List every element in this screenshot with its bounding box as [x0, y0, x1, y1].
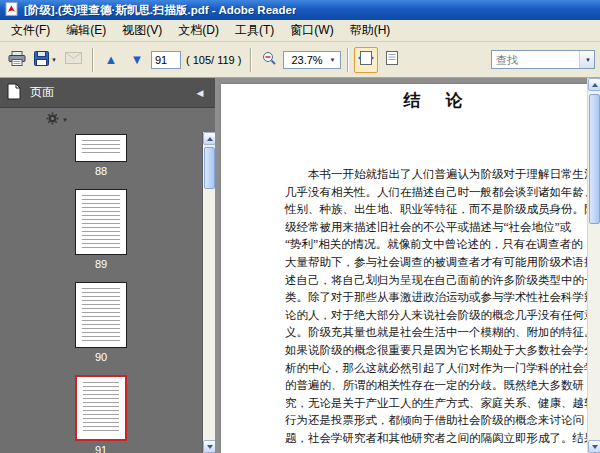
pages-panel-header: 页面 ◀	[0, 78, 215, 108]
thumbnail-label-90: 90	[95, 351, 107, 363]
zoom-out-icon	[262, 51, 277, 69]
pdf-app-icon	[5, 2, 19, 19]
body-line: 类。除了对于那些从事激进政治运动或参与学术性社会科学辩	[285, 289, 585, 307]
body-line: 题，社会学研究者和其他研究者之间的隔阂立即形成了。结果	[285, 430, 585, 448]
toolbar-separator	[92, 48, 93, 72]
menu-edit[interactable]: 编辑(E)	[58, 19, 114, 42]
page-count-label: ( 105/ 119 )	[183, 54, 244, 66]
find-input[interactable]	[492, 53, 579, 67]
pages-panel-icon	[7, 83, 21, 103]
menu-tools[interactable]: 工具(T)	[227, 19, 282, 42]
body-line: 行为还是投票形式，都倾向于借助社会阶级的概念来讨论问	[285, 412, 585, 430]
thumbnail-content	[83, 382, 119, 434]
title-bar: [阶级].(英)理查德·斯凯思.扫描版.pdf - Adobe Reader	[0, 0, 600, 20]
body-line: 如果说阶级的概念很重要只是因为它长期处于大多数社会学分	[285, 342, 585, 360]
find-box: ▼	[491, 50, 595, 69]
menu-view[interactable]: 视图(V)	[114, 19, 170, 42]
thumbnail-page-91-current[interactable]	[75, 375, 127, 441]
thumbnail-scrollbar-thumb[interactable]	[204, 147, 215, 189]
down-arrow-icon	[207, 445, 213, 449]
body-line: 义。阶级充其量也就是社会生活中一个模糊的、附加的特征。	[285, 324, 585, 342]
zoom-level-value: 23.7%	[291, 54, 322, 66]
menu-window[interactable]: 窗口(W)	[282, 19, 341, 42]
content-area: 页面 ◀ ▼ 88 89	[0, 78, 600, 453]
document-scrollbar[interactable]	[587, 78, 600, 453]
body-line: 性别、种族、出生地、职业等特征，而不是阶级成员身份。阶	[285, 201, 585, 219]
window-title: [阶级].(英)理查德·斯凯思.扫描版.pdf - Adobe Reader	[24, 3, 296, 18]
find-dropdown-arrow-icon: ▼	[585, 57, 591, 63]
pages-options-row: ▼	[0, 108, 215, 132]
body-line: 级经常被用来描述旧社会的不公平或描述与“社会地位”或	[285, 219, 585, 237]
zoom-dropdown-arrow-icon: ▼	[330, 57, 336, 63]
body-line: “势利”相关的情况。就像前文中曾论述的，只有在调查者的	[285, 236, 585, 254]
toolbar: ▼ ▲ ▼ ( 105/ 119 ) 23.7% ▼	[0, 42, 600, 78]
printer-icon	[8, 51, 26, 69]
current-page-input[interactable]	[151, 51, 181, 69]
save-button[interactable]: ▼	[31, 47, 60, 73]
pages-panel: 页面 ◀ ▼ 88 89	[0, 78, 215, 453]
body-line: 的普遍的、所谓的相关性存在一定的分歧。既然绝大多数研	[285, 377, 585, 395]
down-arrow-icon	[592, 445, 598, 449]
save-icon	[34, 51, 49, 69]
thumbnail-page-88[interactable]	[75, 134, 127, 162]
thumbnail-content	[82, 195, 120, 249]
page-heading: 结 论	[283, 84, 587, 112]
body-line: 本书一开始就指出了人们普遍认为阶级对于理解日常生活	[285, 166, 585, 184]
previous-page-icon: ▲	[105, 53, 118, 66]
thumbnail-scrollbar[interactable]	[202, 132, 215, 453]
single-page-icon	[386, 51, 398, 68]
document-scroll-up-button[interactable]	[588, 78, 600, 91]
thumbnail-page-89[interactable]	[75, 189, 127, 255]
email-button[interactable]	[62, 47, 86, 73]
up-arrow-icon	[207, 137, 213, 141]
email-icon	[65, 52, 82, 67]
menu-document[interactable]: 文档(D)	[170, 19, 227, 42]
body-line: 析的中心，那么这就必然引起了人们对作为一门学科的社会学	[285, 360, 585, 378]
body-line: 述自己，将自己划归为呈现在自己面前的许多阶级类型中的一	[285, 272, 585, 290]
next-page-button[interactable]: ▼	[125, 47, 149, 73]
options-gear-icon[interactable]	[46, 112, 59, 128]
thumbnail-label-91: 91	[95, 444, 107, 453]
thumbnail-page-90[interactable]	[75, 282, 127, 348]
print-button[interactable]	[5, 47, 29, 73]
next-page-icon: ▼	[131, 53, 144, 66]
thumbnail-list: 88 89 90 91	[0, 132, 202, 453]
body-line: 究，无论是关于产业工人的生产方式、家庭关系、健康、越轨	[285, 395, 585, 413]
pdf-page: 结 论 本书一开始就指出了人们普遍认为阶级对于理解日常生活 几乎没有相关性。人们…	[221, 84, 587, 453]
body-line: 几乎没有相关性。人们在描述自己时一般都会谈到诸如年龄、	[285, 184, 585, 202]
find-area: ▼	[491, 50, 595, 69]
menu-bar: 文件(F) 编辑(E) 视图(V) 文档(D) 工具(T) 窗口(W) 帮助(H…	[0, 20, 600, 42]
collapse-panel-button[interactable]: ◀	[192, 85, 208, 101]
body-line: 论的人，对于绝大部分人来说社会阶级的概念几乎没有任何意	[285, 307, 585, 325]
options-dropdown-arrow-icon[interactable]: ▼	[62, 117, 68, 123]
zoom-out-button[interactable]	[257, 47, 281, 73]
thumbnail-label-88: 88	[95, 165, 107, 177]
body-line: 大量帮助下，参与社会调查的被调查者才有可能用阶级术语描	[285, 254, 585, 272]
previous-page-button[interactable]: ▲	[99, 47, 123, 73]
document-scroll-down-button[interactable]	[588, 440, 600, 453]
thumbnail-content	[82, 140, 120, 156]
adobe-reader-window: [阶级].(英)理查德·斯凯思.扫描版.pdf - Adobe Reader 文…	[0, 0, 600, 453]
single-page-button[interactable]	[380, 47, 404, 73]
find-dropdown-button[interactable]: ▼	[579, 51, 594, 68]
thumbnail-label-89: 89	[95, 258, 107, 270]
menu-help[interactable]: 帮助(H)	[342, 19, 399, 42]
menu-file[interactable]: 文件(F)	[3, 19, 58, 42]
page-body-text: 本书一开始就指出了人们普遍认为阶级对于理解日常生活 几乎没有相关性。人们在描述自…	[285, 166, 585, 448]
pages-panel-title: 页面	[30, 84, 54, 101]
zoom-level-dropdown[interactable]: 23.7% ▼	[283, 51, 340, 69]
document-scrollbar-thumb[interactable]	[589, 94, 600, 224]
toolbar-separator	[347, 48, 348, 72]
fit-width-button[interactable]	[354, 47, 378, 73]
document-view: 结 论 本书一开始就指出了人们普遍认为阶级对于理解日常生活 几乎没有相关性。人们…	[215, 78, 600, 453]
up-arrow-icon	[592, 83, 598, 87]
toolbar-separator	[250, 48, 251, 72]
fit-width-icon	[358, 51, 374, 68]
save-dropdown-arrow-icon[interactable]: ▼	[51, 57, 57, 63]
thumbnail-content	[82, 288, 120, 342]
